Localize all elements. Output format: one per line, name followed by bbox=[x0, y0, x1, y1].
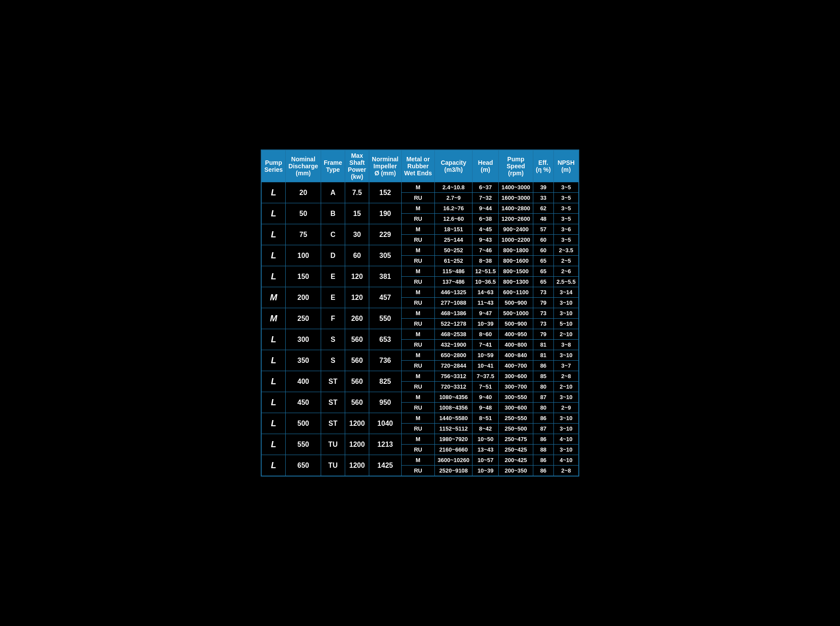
cell-shaft: 560 bbox=[345, 392, 369, 413]
cell-capacity: 2.4~10.8 bbox=[435, 182, 472, 193]
cell-type: M bbox=[401, 245, 435, 256]
cell-efficiency: 80 bbox=[533, 382, 553, 392]
cell-impeller: 381 bbox=[369, 266, 402, 287]
cell-nominal: 400 bbox=[286, 371, 321, 392]
cell-head: 8~51 bbox=[472, 413, 498, 424]
cell-pump-series: L bbox=[261, 329, 286, 350]
cell-head: 10~36.5 bbox=[472, 277, 498, 287]
cell-type: RU bbox=[401, 256, 435, 266]
cell-pump-series: L bbox=[261, 224, 286, 245]
cell-npsh: 3~6 bbox=[553, 224, 578, 235]
table-header: Pump Series Nominal Discharge (mm) Frame… bbox=[261, 150, 578, 182]
cell-type: RU bbox=[401, 340, 435, 350]
cell-impeller: 950 bbox=[369, 392, 402, 413]
cell-efficiency: 87 bbox=[533, 424, 553, 434]
cell-efficiency: 86 bbox=[533, 361, 553, 371]
cell-frame: TU bbox=[321, 434, 345, 455]
cell-impeller: 1040 bbox=[369, 413, 402, 434]
cell-head: 7~51 bbox=[472, 382, 498, 392]
cell-frame: E bbox=[321, 266, 345, 287]
cell-impeller: 229 bbox=[369, 224, 402, 245]
cell-frame: F bbox=[321, 308, 345, 329]
cell-impeller: 457 bbox=[369, 287, 402, 308]
cell-speed: 250~425 bbox=[499, 445, 533, 455]
cell-nominal: 50 bbox=[286, 203, 321, 224]
header-metal-rubber: Metal or Rubber Wet Ends bbox=[401, 150, 435, 182]
cell-npsh: 3~10 bbox=[553, 392, 578, 403]
cell-capacity: 2.7~9 bbox=[435, 193, 472, 203]
cell-npsh: 2.5~5.5 bbox=[553, 277, 578, 287]
cell-speed: 200~350 bbox=[499, 466, 533, 476]
cell-head: 8~42 bbox=[472, 424, 498, 434]
cell-head: 12~51.5 bbox=[472, 266, 498, 277]
cell-head: 10~41 bbox=[472, 361, 498, 371]
cell-speed: 1000~2200 bbox=[499, 235, 533, 245]
cell-speed: 1600~3000 bbox=[499, 193, 533, 203]
cell-speed: 500~900 bbox=[499, 298, 533, 308]
cell-frame: A bbox=[321, 182, 345, 203]
cell-head: 10~50 bbox=[472, 434, 498, 445]
cell-impeller: 1213 bbox=[369, 434, 402, 455]
cell-npsh: 3~5 bbox=[553, 182, 578, 193]
cell-capacity: 2160~6660 bbox=[435, 445, 472, 455]
cell-pump-series: L bbox=[261, 182, 286, 203]
table-row: L75C30229M18~1514~45900~2400573~6 bbox=[261, 224, 578, 235]
cell-speed: 600~1100 bbox=[499, 287, 533, 298]
cell-shaft: 1200 bbox=[345, 434, 369, 455]
cell-type: RU bbox=[401, 319, 435, 329]
cell-head: 9~47 bbox=[472, 308, 498, 319]
cell-capacity: 432~1900 bbox=[435, 340, 472, 350]
cell-nominal: 250 bbox=[286, 308, 321, 329]
cell-capacity: 61~252 bbox=[435, 256, 472, 266]
cell-nominal: 200 bbox=[286, 287, 321, 308]
cell-speed: 250~500 bbox=[499, 424, 533, 434]
cell-frame: S bbox=[321, 329, 345, 350]
header-capacity: Capacity (m3/h) bbox=[435, 150, 472, 182]
cell-type: M bbox=[401, 455, 435, 466]
cell-efficiency: 39 bbox=[533, 182, 553, 193]
cell-npsh: 4~10 bbox=[553, 455, 578, 466]
cell-speed: 300~550 bbox=[499, 392, 533, 403]
cell-impeller: 736 bbox=[369, 350, 402, 371]
cell-capacity: 277~1088 bbox=[435, 298, 472, 308]
cell-npsh: 5~10 bbox=[553, 319, 578, 329]
cell-capacity: 2520~9108 bbox=[435, 466, 472, 476]
cell-head: 4~45 bbox=[472, 224, 498, 235]
cell-speed: 400~800 bbox=[499, 340, 533, 350]
cell-pump-series: L bbox=[261, 245, 286, 266]
table-row: M200E120457M446~132514~63600~1100733~14 bbox=[261, 287, 578, 298]
cell-impeller: 550 bbox=[369, 308, 402, 329]
cell-speed: 300~700 bbox=[499, 382, 533, 392]
cell-type: RU bbox=[401, 445, 435, 455]
cell-npsh: 3~8 bbox=[553, 340, 578, 350]
table-row: L20A7.5152M2.4~10.86~371400~3000393~5 bbox=[261, 182, 578, 193]
cell-type: RU bbox=[401, 424, 435, 434]
cell-capacity: 468~2538 bbox=[435, 329, 472, 340]
cell-head: 10~39 bbox=[472, 319, 498, 329]
cell-speed: 900~2400 bbox=[499, 224, 533, 235]
cell-pump-series: L bbox=[261, 371, 286, 392]
cell-type: RU bbox=[401, 298, 435, 308]
cell-npsh: 2~8 bbox=[553, 371, 578, 382]
cell-type: M bbox=[401, 350, 435, 361]
cell-efficiency: 65 bbox=[533, 277, 553, 287]
cell-type: RU bbox=[401, 403, 435, 413]
cell-pump-series: L bbox=[261, 266, 286, 287]
cell-speed: 800~1800 bbox=[499, 245, 533, 256]
cell-pump-series: M bbox=[261, 287, 286, 308]
header-head: Head (m) bbox=[472, 150, 498, 182]
cell-npsh: 2~9 bbox=[553, 403, 578, 413]
cell-type: M bbox=[401, 392, 435, 403]
cell-npsh: 3~5 bbox=[553, 214, 578, 224]
cell-npsh: 4~10 bbox=[553, 434, 578, 445]
cell-capacity: 115~486 bbox=[435, 266, 472, 277]
cell-speed: 800~1600 bbox=[499, 256, 533, 266]
cell-capacity: 446~1325 bbox=[435, 287, 472, 298]
cell-type: RU bbox=[401, 382, 435, 392]
table-row: L400ST560825M756~33127~37.5300~600852~8 bbox=[261, 371, 578, 382]
cell-capacity: 16.2~76 bbox=[435, 203, 472, 214]
cell-type: M bbox=[401, 182, 435, 193]
cell-head: 7~37.5 bbox=[472, 371, 498, 382]
cell-frame: B bbox=[321, 203, 345, 224]
cell-efficiency: 81 bbox=[533, 350, 553, 361]
